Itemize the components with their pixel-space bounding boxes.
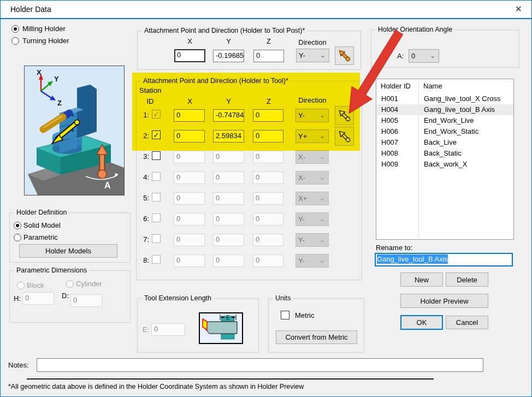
rename-label: Rename to:	[376, 244, 412, 252]
station-2-y-input[interactable]: 2.59834	[213, 130, 244, 143]
parametric-label: Parametric	[23, 233, 58, 241]
holder-name-cell: End_Work_Live	[424, 116, 474, 125]
solid-model-radio[interactable]	[14, 222, 21, 229]
holder-preview-image: A X Y Z	[24, 66, 125, 195]
milling-holder-radio[interactable]	[11, 25, 19, 33]
station-8-direction-select: Y-⌄	[295, 254, 329, 268]
station-2-x-input[interactable]: 0	[174, 130, 205, 143]
orange-arrow-icon	[338, 49, 351, 62]
station-7-x-input: 0	[174, 234, 205, 246]
station-1-x-input[interactable]: 0	[174, 109, 205, 122]
station-4-checkbox[interactable]	[152, 172, 161, 181]
preview-a-label: A	[104, 181, 111, 190]
holder-data-dialog: Holder Data ✕ Milling Holder Turning Hol…	[0, 0, 532, 397]
station-5-y-input: 0	[213, 192, 244, 205]
parametric-radio[interactable]	[14, 234, 21, 241]
parametric-dimensions-title: Parametric Dimensions	[14, 266, 89, 274]
station-8-y-input: 0	[213, 254, 244, 267]
station-y-header: Y	[213, 97, 244, 105]
a-angle-select[interactable]: 0 ⌄	[409, 49, 439, 63]
turning-holder-radio[interactable]	[11, 37, 19, 45]
tool-post-group-title: Attachment Point and Direction (Holder t…	[142, 27, 307, 34]
metric-checkbox[interactable]	[281, 311, 289, 319]
station-row-3: 3:000X-⌄	[137, 147, 356, 167]
holder-id-cell: H007	[381, 138, 398, 146]
station-row-4: 4:000X-⌄	[137, 168, 356, 188]
tool-post-x-header: X	[174, 37, 205, 45]
tool-post-direction-header: Direction	[293, 38, 332, 46]
station-1-checkbox[interactable]: ✓	[152, 110, 161, 118]
tool-post-y-header: Y	[213, 37, 244, 45]
station-7-checkbox[interactable]	[152, 234, 161, 243]
station-5-id-label: 5:	[137, 194, 149, 202]
rename-input[interactable]: Gang_live_tool_B Axis	[375, 253, 513, 266]
station-5-checkbox[interactable]	[152, 193, 161, 202]
holder-list-row-H009[interactable]: H009Back_work_X	[377, 159, 513, 170]
holder-id-cell: H008	[381, 149, 398, 157]
h-input: 0	[22, 292, 54, 305]
station-8-z-input: 0	[253, 254, 283, 267]
units-group: Units	[268, 298, 364, 353]
holder-models-button[interactable]: Holder Models	[19, 244, 117, 258]
station-1-y-input[interactable]: -0.74784	[213, 109, 244, 122]
station-3-checkbox[interactable]	[152, 151, 161, 160]
station-6-z-input: 0	[253, 213, 283, 226]
station-2-pick-direction-button[interactable]	[335, 127, 354, 146]
station-5-direction-select: X+⌄	[295, 192, 329, 205]
station-2-direction-select[interactable]: Y+⌄	[295, 129, 329, 143]
ok-button[interactable]: OK	[400, 315, 443, 330]
holder-list-row-H008[interactable]: H008Back_Static	[377, 148, 513, 159]
station-direction-header: Direction	[293, 96, 332, 104]
station-row-2: 2:✓02.598340Y+⌄	[137, 127, 356, 146]
close-icon[interactable]: ✕	[515, 4, 522, 14]
milling-holder-label: Milling Holder	[22, 25, 66, 33]
holder-list-row-H007[interactable]: H007Back_Live	[377, 137, 513, 148]
convert-from-metric-button[interactable]: Convert from Metric	[276, 330, 357, 344]
new-button[interactable]: New	[400, 272, 443, 287]
holder-list[interactable]: Holder ID Name H001Gang_live_tool_X Cros…	[376, 79, 514, 240]
station-7-z-input: 0	[253, 234, 283, 246]
d-input: 0	[70, 294, 102, 307]
holder-list-row-H005[interactable]: H005End_Work_Live	[377, 115, 513, 126]
station-6-checkbox[interactable]	[152, 214, 161, 222]
d-label: D:	[62, 292, 69, 300]
station-8-checkbox[interactable]	[152, 255, 161, 264]
holder-name-cell: Gang_live_tool_B Axis	[424, 105, 495, 114]
tool-post-pick-direction-button[interactable]	[335, 46, 354, 65]
tool-post-direction-select[interactable]: Y- ⌄	[296, 49, 329, 62]
yellow-arrow-icon	[338, 109, 351, 122]
holder-list-row-H004[interactable]: H004Gang_live_tool_B Axis	[377, 104, 513, 115]
station-2-checkbox[interactable]: ✓	[152, 131, 161, 139]
holder-name-cell: Back_work_X	[424, 160, 467, 168]
station-1-direction-select[interactable]: Y-⌄	[295, 109, 329, 122]
delete-button[interactable]: Delete	[446, 272, 488, 287]
station-1-z-input[interactable]: 0	[253, 109, 283, 122]
station-2-z-input[interactable]: 0	[253, 130, 283, 143]
station-id-header: ID	[140, 97, 160, 105]
e-input: 0	[151, 323, 185, 336]
orientation-group-title: Holder Orientation Angle	[376, 26, 454, 33]
tool-extension-title: Tool Extension Length	[142, 294, 214, 302]
holder-list-row-H006[interactable]: H006End_Work_Static	[377, 126, 513, 137]
a-angle-label: A:	[397, 52, 404, 60]
holder-preview-button[interactable]: Holder Preview	[400, 294, 488, 308]
title-bar: Holder Data ✕	[1, 1, 531, 18]
station-row-6: 6:000Y-⌄	[137, 210, 356, 229]
preview-y-axis-label: Y	[54, 75, 59, 83]
station-8-id-label: 8:	[137, 256, 149, 264]
tool-post-y-input[interactable]: -0.19685	[213, 50, 244, 62]
e-dimension-label: E	[226, 315, 230, 321]
station-1-pick-direction-button[interactable]	[335, 106, 354, 125]
station-row-5: 5:000X+⌄	[137, 189, 356, 209]
chevron-down-icon: ⌄	[320, 174, 325, 181]
tool-post-z-input[interactable]: 0	[253, 50, 284, 62]
notes-input[interactable]	[37, 358, 483, 372]
chevron-down-icon: ⌄	[320, 153, 325, 161]
yellow-arrow-icon	[338, 130, 351, 143]
station-row-8: 8:000Y-⌄	[137, 251, 356, 271]
cancel-button[interactable]: Cancel	[446, 316, 488, 329]
station-6-id-label: 6:	[137, 215, 149, 223]
tool-post-x-input[interactable]: 0	[174, 49, 205, 62]
holder-id-cell: H004	[381, 105, 398, 114]
holder-list-row-H001[interactable]: H001Gang_live_tool_X Cross	[377, 93, 513, 104]
